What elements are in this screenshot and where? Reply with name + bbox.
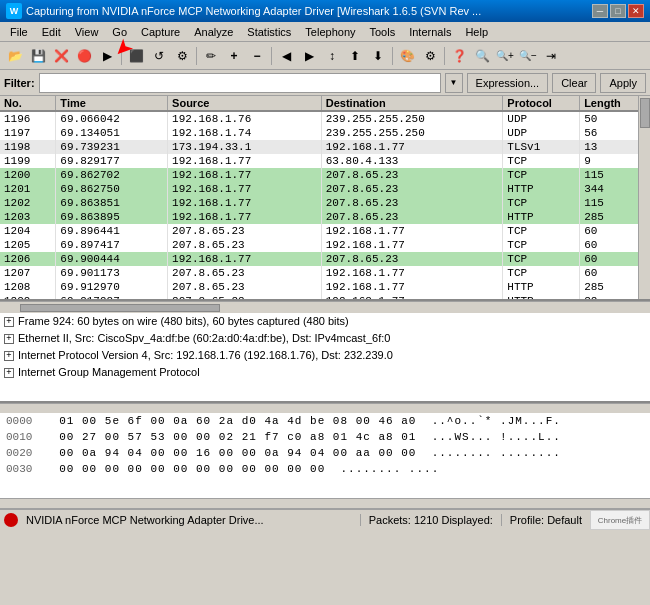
cell-time: 69.900444 <box>56 252 168 266</box>
table-row[interactable]: 119869.739231173.194.33.1192.168.1.77TLS… <box>0 140 650 154</box>
menu-item-statistics[interactable]: Statistics <box>241 25 297 39</box>
scrollbar-thumb[interactable] <box>640 98 650 128</box>
app-icon: W <box>6 3 22 19</box>
minimize-button[interactable]: ─ <box>592 4 608 18</box>
col-proto[interactable]: Protocol <box>503 96 580 111</box>
cell-source: 192.168.1.74 <box>168 126 322 140</box>
expand-btn[interactable]: ⇥ <box>540 45 562 67</box>
filter-btn[interactable]: ✏ <box>200 45 222 67</box>
table-row[interactable]: 120069.862702192.168.1.77207.8.65.23TCP1… <box>0 168 650 182</box>
col-time[interactable]: Time <box>56 96 168 111</box>
menu-item-go[interactable]: Go <box>106 25 133 39</box>
restart-btn[interactable]: ↺ <box>148 45 170 67</box>
zoom2-btn[interactable]: 🔍+ <box>494 45 516 67</box>
opts-btn[interactable]: ⚙ <box>171 45 193 67</box>
menu-item-telephony[interactable]: Telephony <box>299 25 361 39</box>
table-row[interactable]: 120469.896441207.8.65.23192.168.1.77TCP6… <box>0 224 650 238</box>
col-no[interactable]: No. <box>0 96 56 111</box>
cell-source: 207.8.65.23 <box>168 238 322 252</box>
expand-icon[interactable]: + <box>4 351 14 361</box>
zoom-in-btn[interactable]: + <box>223 45 245 67</box>
close-cap-btn[interactable]: ❌ <box>50 45 72 67</box>
detail-row[interactable]: +Ethernet II, Src: CiscoSpv_4a:df:be (60… <box>0 330 650 347</box>
h-scroll-thumb[interactable] <box>20 304 220 312</box>
reload-btn[interactable]: 🔴 <box>73 45 95 67</box>
top-btn[interactable]: ⬆ <box>344 45 366 67</box>
hex-bytes: 00 00 00 00 00 00 00 00 00 00 00 00 <box>44 461 340 477</box>
details-h-scrollbar[interactable] <box>0 403 650 413</box>
open-btn[interactable]: 📂 <box>4 45 26 67</box>
detail-row[interactable]: +Internet Protocol Version 4, Src: 192.1… <box>0 347 650 364</box>
goto-btn[interactable]: ↕ <box>321 45 343 67</box>
expand-icon[interactable]: + <box>4 334 14 344</box>
maximize-button[interactable]: □ <box>610 4 626 18</box>
forward-btn[interactable]: ▶ <box>298 45 320 67</box>
apply-button[interactable]: Apply <box>600 73 646 93</box>
table-row[interactable]: 120269.863851192.168.1.77207.8.65.23TCP1… <box>0 196 650 210</box>
colorize-btn[interactable]: 🎨 <box>396 45 418 67</box>
back-btn[interactable]: ◀ <box>275 45 297 67</box>
prefs-btn[interactable]: ⚙ <box>419 45 441 67</box>
status-bar: NVIDIA nForce MCP Networking Adapter Dri… <box>0 508 650 530</box>
detail-row[interactable]: +Internet Group Management Protocol <box>0 364 650 381</box>
menu-item-tools[interactable]: Tools <box>364 25 402 39</box>
table-row[interactable]: 119669.066042192.168.1.76239.255.255.250… <box>0 111 650 126</box>
detail-text: Frame 924: 60 bytes on wire (480 bits), … <box>18 314 349 329</box>
table-row[interactable]: 120369.863895192.168.1.77207.8.65.23HTTP… <box>0 210 650 224</box>
profile-status: Profile: Default <box>502 514 590 526</box>
save-btn[interactable]: 💾 <box>27 45 49 67</box>
col-src[interactable]: Source <box>168 96 322 111</box>
packet-table-vscrollbar[interactable] <box>638 96 650 299</box>
capture-btn[interactable]: ▶ <box>96 45 118 67</box>
table-row[interactable]: 120969.917987207.8.65.23192.168.1.77HTTP… <box>0 294 650 301</box>
detail-row[interactable]: +Frame 924: 60 bytes on wire (480 bits),… <box>0 313 650 330</box>
help-btn[interactable]: ❓ <box>448 45 470 67</box>
table-row[interactable]: 120169.862750192.168.1.77207.8.65.23HTTP… <box>0 182 650 196</box>
hex-offset: 0030 <box>6 461 44 477</box>
packet-h-scrollbar[interactable] <box>0 301 650 313</box>
table-row[interactable]: 119769.134051192.168.1.74239.255.255.250… <box>0 126 650 140</box>
filter-dropdown-btn[interactable]: ▼ <box>445 73 463 93</box>
expression-button[interactable]: Expression... <box>467 73 549 93</box>
cell-destination: 239.255.255.250 <box>321 111 503 126</box>
chrome-plugin-logo: Chrome插件 <box>590 510 650 530</box>
menu-item-internals[interactable]: Internals <box>403 25 457 39</box>
hex-offset: 0020 <box>6 445 44 461</box>
expand-icon[interactable]: + <box>4 368 14 378</box>
menu-item-help[interactable]: Help <box>459 25 494 39</box>
detail-text: Internet Protocol Version 4, Src: 192.16… <box>18 348 393 363</box>
table-row[interactable]: 120769.901173207.8.65.23192.168.1.77TCP6… <box>0 266 650 280</box>
hex-offset: 0000 <box>6 413 44 429</box>
table-row[interactable]: 120869.912970207.8.65.23192.168.1.77HTTP… <box>0 280 650 294</box>
bottom-btn[interactable]: ⬇ <box>367 45 389 67</box>
table-row[interactable]: 119969.829177192.168.1.7763.80.4.133TCP9 <box>0 154 650 168</box>
hex-offset: 0010 <box>6 429 44 445</box>
zoom1-btn[interactable]: 🔍 <box>471 45 493 67</box>
cell-time: 69.862750 <box>56 182 168 196</box>
filter-input[interactable] <box>39 73 441 93</box>
cell-protocol: HTTP <box>503 280 580 294</box>
zoom3-btn[interactable]: 🔍− <box>517 45 539 67</box>
clear-button[interactable]: Clear <box>552 73 596 93</box>
expand-icon[interactable]: + <box>4 317 14 327</box>
hex-panel: 0000 01 00 5e 6f 00 0a 60 2a d0 4a 4d be… <box>0 413 650 498</box>
table-row[interactable]: 120669.900444192.168.1.77207.8.65.23TCP6… <box>0 252 650 266</box>
menu-item-file[interactable]: File <box>4 25 34 39</box>
menu-bar: FileEditViewGoCaptureAnalyzeStatisticsTe… <box>0 22 650 42</box>
cell-time: 69.739231 <box>56 140 168 154</box>
hex-row: 0030 00 00 00 00 00 00 00 00 00 00 00 00… <box>0 461 650 477</box>
zoom-out-btn[interactable]: − <box>246 45 268 67</box>
cell-protocol: HTTP <box>503 210 580 224</box>
cell-time: 69.896441 <box>56 224 168 238</box>
col-dst[interactable]: Destination <box>321 96 503 111</box>
close-button[interactable]: ✕ <box>628 4 644 18</box>
menu-item-capture[interactable]: Capture <box>135 25 186 39</box>
table-row[interactable]: 120569.897417207.8.65.23192.168.1.77TCP6… <box>0 238 650 252</box>
stop-btn[interactable]: ⬛ <box>125 45 147 67</box>
cell-no: 1205 <box>0 238 56 252</box>
hex-h-scrollbar[interactable] <box>0 498 650 508</box>
menu-item-view[interactable]: View <box>69 25 105 39</box>
cell-no: 1207 <box>0 266 56 280</box>
menu-item-edit[interactable]: Edit <box>36 25 67 39</box>
menu-item-analyze[interactable]: Analyze <box>188 25 239 39</box>
